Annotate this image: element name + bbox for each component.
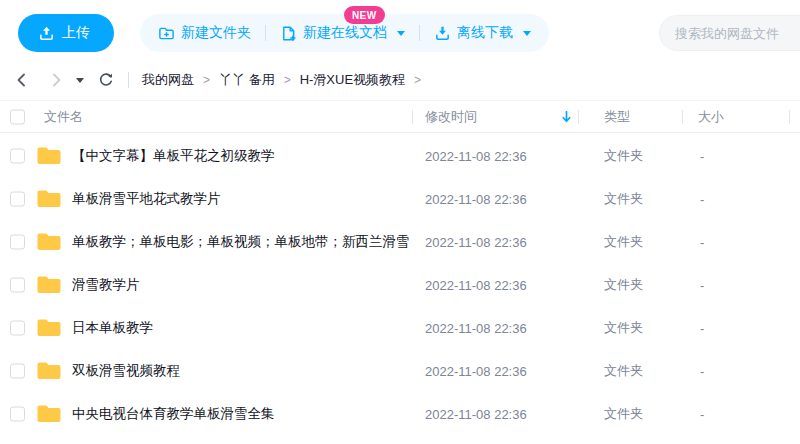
table-row[interactable]: 滑雪教学片 2022-11-08 22:36 文件夹 -	[0, 263, 800, 306]
navigation-bar: 我的网盘 > 丫丫 备用 > H-滑XUE视频教程 >	[0, 62, 800, 98]
file-size: -	[700, 148, 704, 163]
upload-label: 上传	[62, 24, 90, 42]
offline-download-label: 离线下载	[457, 24, 513, 42]
breadcrumb-item-my-drive[interactable]: 我的网盘	[142, 71, 194, 89]
table-row[interactable]: 中央电视台体育教学单板滑雪全集 2022-11-08 22:36 文件夹 -	[0, 392, 800, 435]
file-type: 文件夹	[604, 233, 643, 251]
file-type: 文件夹	[604, 362, 643, 380]
breadcrumb-item-current[interactable]: H-滑XUE视频教程	[300, 71, 405, 89]
table-row[interactable]: 双板滑雪视频教程 2022-11-08 22:36 文件夹 -	[0, 349, 800, 392]
table-row[interactable]: 日本单板教学 2022-11-08 22:36 文件夹 -	[0, 306, 800, 349]
breadcrumb: 我的网盘 > 丫丫 备用 > H-滑XUE视频教程 >	[142, 71, 430, 89]
breadcrumb-separator: >	[414, 73, 421, 87]
back-button[interactable]	[14, 72, 30, 88]
table-row[interactable]: 单板教学；单板电影；单板视频；单板地带；新西兰滑雪 2022-11-08 22:…	[0, 220, 800, 263]
toolbar-divider	[419, 25, 420, 41]
file-modified-time: 2022-11-08 22:36	[425, 363, 527, 378]
header-modified[interactable]: 修改时间	[425, 108, 477, 126]
breadcrumb-separator: >	[203, 73, 210, 87]
table-row[interactable]: 单板滑雪平地花式教学片 2022-11-08 22:36 文件夹 -	[0, 177, 800, 220]
upload-button[interactable]: 上传	[18, 14, 114, 52]
file-type: 文件夹	[604, 276, 643, 294]
file-size: -	[700, 234, 704, 249]
netdisk-app: 上传 新建文件夹	[0, 0, 800, 444]
file-modified-time: 2022-11-08 22:36	[425, 148, 527, 163]
row-checkbox[interactable]	[10, 234, 25, 249]
header-filename: 文件名	[44, 108, 83, 126]
new-doc-icon	[280, 25, 297, 42]
column-divider	[682, 110, 683, 124]
search-input[interactable]	[675, 26, 800, 41]
column-divider	[578, 110, 579, 124]
forward-button[interactable]	[48, 72, 64, 88]
folder-icon	[36, 274, 62, 295]
file-name[interactable]: 单板教学；单板电影；单板视频；单板地带；新西兰滑雪	[72, 233, 410, 251]
refresh-button[interactable]	[98, 72, 114, 88]
table-row[interactable]: 【中文字幕】单板平花之初级教学 2022-11-08 22:36 文件夹 -	[0, 134, 800, 177]
folder-icon	[36, 403, 62, 424]
sort-desc-icon[interactable]	[561, 110, 572, 123]
file-size: -	[700, 277, 704, 292]
file-name[interactable]: 【中文字幕】单板平花之初级教学	[72, 147, 275, 165]
header-size: 大小	[698, 108, 724, 126]
file-modified-time: 2022-11-08 22:36	[425, 234, 527, 249]
new-online-doc-label: 新建在线文档	[303, 24, 387, 42]
chevron-down-icon	[397, 31, 405, 40]
upload-icon	[38, 25, 55, 42]
file-list: 【中文字幕】单板平花之初级教学 2022-11-08 22:36 文件夹 - 单…	[0, 134, 800, 435]
row-checkbox[interactable]	[10, 363, 25, 378]
toolbar-divider	[265, 25, 266, 41]
file-type: 文件夹	[604, 147, 643, 165]
breadcrumb-separator: >	[284, 73, 291, 87]
file-modified-time: 2022-11-08 22:36	[425, 277, 527, 292]
file-size: -	[700, 363, 704, 378]
row-checkbox[interactable]	[10, 406, 25, 421]
file-type: 文件夹	[604, 190, 643, 208]
new-online-doc-button[interactable]: 新建在线文档	[280, 24, 405, 42]
folder-icon	[36, 231, 62, 252]
row-checkbox[interactable]	[10, 320, 25, 335]
file-modified-time: 2022-11-08 22:36	[425, 191, 527, 206]
file-type: 文件夹	[604, 319, 643, 337]
new-folder-label: 新建文件夹	[181, 24, 251, 42]
chevron-down-icon	[523, 31, 531, 40]
file-name[interactable]: 滑雪教学片	[72, 276, 140, 294]
folder-icon	[36, 145, 62, 166]
file-type: 文件夹	[604, 405, 643, 423]
new-folder-icon	[158, 25, 175, 42]
search-box	[659, 15, 800, 51]
nav-divider	[128, 72, 129, 88]
row-checkbox[interactable]	[10, 148, 25, 163]
file-name[interactable]: 双板滑雪视频教程	[72, 362, 180, 380]
folder-icon	[36, 317, 62, 338]
row-checkbox[interactable]	[10, 277, 25, 292]
header-type: 类型	[604, 108, 630, 126]
file-size: -	[700, 406, 704, 421]
row-checkbox[interactable]	[10, 191, 25, 206]
file-table-header: 文件名 修改时间 类型 大小	[0, 100, 800, 133]
download-icon	[434, 25, 451, 42]
folder-icon	[36, 188, 62, 209]
toolbar: 上传 新建文件夹	[0, 0, 800, 62]
select-all-checkbox[interactable]	[10, 109, 25, 124]
file-size: -	[700, 191, 704, 206]
file-name[interactable]: 单板滑雪平地花式教学片	[72, 190, 221, 208]
file-modified-time: 2022-11-08 22:36	[425, 406, 527, 421]
folder-icon	[36, 360, 62, 381]
new-folder-button[interactable]: 新建文件夹	[158, 24, 251, 42]
column-divider	[412, 110, 413, 124]
new-badge: NEW	[344, 6, 385, 24]
history-dropdown-icon[interactable]	[76, 78, 84, 87]
file-modified-time: 2022-11-08 22:36	[425, 320, 527, 335]
file-name[interactable]: 日本单板教学	[72, 319, 153, 337]
breadcrumb-item-backup[interactable]: 丫丫 备用	[219, 71, 275, 89]
file-size: -	[700, 320, 704, 335]
column-divider	[789, 110, 790, 124]
offline-download-button[interactable]: 离线下载	[434, 24, 531, 42]
file-name[interactable]: 中央电视台体育教学单板滑雪全集	[72, 405, 275, 423]
